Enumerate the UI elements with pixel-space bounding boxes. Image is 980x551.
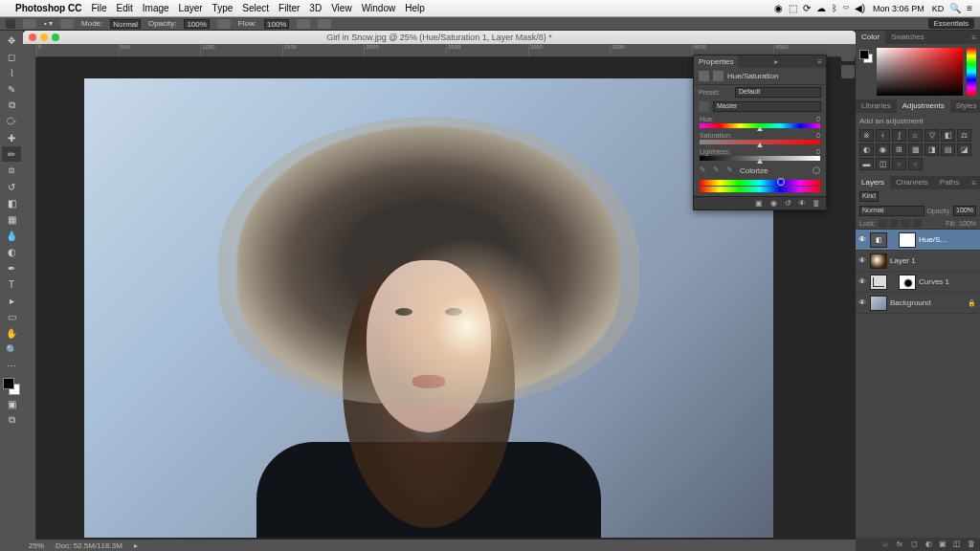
color-field[interactable] (877, 48, 963, 96)
sync-icon[interactable]: ⟳ (803, 3, 811, 13)
history-brush-tool[interactable]: ↺ (2, 179, 21, 194)
layer-style-button[interactable]: fx (895, 540, 904, 549)
brush-panel-toggle[interactable] (60, 19, 74, 29)
layer-row[interactable]: 👁 Curves 1 (856, 272, 980, 293)
layer-thumb[interactable] (870, 296, 887, 311)
panel-fg-swatch[interactable] (859, 50, 869, 59)
flow-input[interactable]: 100% (264, 19, 289, 29)
brush-tool[interactable]: ✏ (2, 146, 21, 162)
pressure-opacity-icon[interactable] (217, 19, 231, 29)
fill-input[interactable]: 100% (959, 220, 976, 227)
visibility-toggle[interactable]: 👁 (858, 277, 867, 287)
layer-mask-thumb[interactable] (899, 232, 916, 248)
layers-panel-menu[interactable]: ≡ (968, 179, 980, 187)
lasso-tool[interactable]: ⌇ (2, 65, 21, 80)
doc-size[interactable]: Doc: 52.5M/118.3M (56, 541, 122, 550)
properties-collapse[interactable]: ▸ (770, 57, 782, 66)
adj-more-icon[interactable]: ▫ (892, 158, 906, 170)
layer-name[interactable]: Layer 1 (890, 256, 978, 265)
saturation-slider[interactable] (700, 140, 820, 144)
targeted-adjust-icon[interactable] (699, 101, 709, 112)
adjustment-layer-button[interactable]: ◐ (924, 540, 933, 549)
opacity-input[interactable]: 100% (184, 19, 209, 29)
group-button[interactable]: ▣ (938, 540, 947, 549)
history-panel-icon[interactable] (841, 48, 855, 61)
mask-type-icon[interactable] (713, 71, 724, 81)
tab-properties[interactable]: Properties (694, 55, 738, 68)
dodge-tool[interactable]: ◐ (2, 244, 21, 259)
properties-menu[interactable]: ≡ (813, 57, 826, 66)
layer-name[interactable]: Background (890, 298, 965, 307)
vertical-ruler[interactable] (23, 57, 36, 540)
lock-all-icon[interactable] (913, 219, 922, 228)
lock-position-icon[interactable] (902, 219, 910, 228)
pen-tool[interactable]: ✒ (2, 260, 21, 276)
screen-mode-toggle[interactable]: ⧉ (2, 412, 21, 428)
clip-to-layer-button[interactable]: ▣ (754, 199, 764, 209)
tab-styles[interactable]: Styles (950, 99, 980, 113)
visibility-toggle[interactable]: 👁 (858, 298, 867, 308)
layer-row[interactable]: 👁 ◧ Hue/S... (856, 230, 980, 251)
hue-slider[interactable] (967, 48, 976, 96)
adj-bw-icon[interactable]: ◐ (859, 143, 874, 156)
user-initials[interactable]: KD (932, 4, 945, 13)
dropbox-icon[interactable]: ⬚ (789, 3, 797, 13)
saturation-value[interactable]: 0 (816, 132, 820, 139)
adjustment-type-icon[interactable] (699, 71, 709, 81)
menu-3d[interactable]: 3D (309, 3, 322, 13)
adj-photofilter-icon[interactable]: ◉ (876, 143, 890, 156)
menu-type[interactable]: Type (212, 3, 234, 13)
link-layers-button[interactable]: ⌕ (880, 540, 890, 549)
reset-button[interactable]: ↺ (783, 199, 792, 209)
brush-preset-picker[interactable] (23, 19, 36, 29)
ruler-origin[interactable] (23, 44, 36, 57)
quick-select-tool[interactable]: ✎ (2, 81, 21, 97)
zoom-tool[interactable]: 🔍 (2, 342, 21, 357)
type-tool[interactable]: T (2, 276, 21, 292)
tab-layers[interactable]: Layers (856, 176, 890, 189)
adj-hue-icon[interactable]: ◧ (941, 129, 955, 142)
eraser-tool[interactable]: ◧ (2, 195, 21, 210)
foreground-color[interactable] (3, 378, 14, 389)
hand-tool[interactable]: ✋ (2, 325, 21, 341)
layer-row[interactable]: 👁 Background 🔒 (856, 293, 980, 314)
wifi-icon[interactable]: ⌔ (843, 3, 849, 13)
layer-mask-thumb[interactable] (899, 275, 916, 290)
eyedropper-add-icon[interactable]: ✎ (713, 165, 723, 175)
tab-swatches[interactable]: Swatches (885, 31, 930, 44)
clock[interactable]: Mon 3:06 PM (873, 4, 924, 13)
layer-blend-mode[interactable]: Normal (859, 206, 924, 216)
volume-icon[interactable]: ◀) (855, 3, 865, 13)
menu-select[interactable]: Select (242, 3, 269, 13)
notifications-icon[interactable]: ≡ (967, 3, 972, 13)
layer-thumb[interactable] (870, 253, 887, 269)
shape-tool[interactable]: ▭ (2, 309, 21, 324)
layer-row[interactable]: 👁 Layer 1 (856, 251, 980, 272)
tab-adjustments[interactable]: Adjustments (897, 99, 950, 113)
marquee-tool[interactable]: ◻ (2, 49, 21, 64)
workspace-switcher[interactable]: Essentials (928, 18, 974, 29)
tab-color[interactable]: Color (856, 31, 885, 44)
crop-tool[interactable]: ⧉ (2, 98, 21, 113)
ps-home-icon[interactable] (6, 19, 15, 29)
menu-filter[interactable]: Filter (278, 3, 300, 13)
move-tool[interactable]: ✥ (2, 33, 21, 48)
colorize-checkbox[interactable] (813, 166, 820, 174)
bluetooth-icon[interactable]: ᛒ (832, 3, 837, 13)
blend-mode-select[interactable]: Normal (110, 19, 141, 29)
layer-opacity-input[interactable]: 100% (953, 206, 976, 216)
adj-levels-icon[interactable]: ⟊ (876, 129, 890, 142)
view-previous-button[interactable]: ◉ (768, 199, 778, 209)
status-chevron[interactable]: ▸ (134, 541, 138, 550)
healing-tool[interactable]: ✚ (2, 130, 21, 145)
lightness-slider[interactable] (700, 156, 820, 161)
layer-filter-kind[interactable]: Kind (859, 191, 879, 202)
tab-paths[interactable]: Paths (934, 176, 965, 189)
hue-slider[interactable] (700, 123, 820, 128)
stamp-tool[interactable]: ⧇ (2, 163, 21, 178)
adj-gradientmap-icon[interactable]: ▬ (859, 158, 874, 170)
brush-size-control[interactable]: • ▾ (44, 19, 53, 28)
visibility-toggle[interactable]: 👁 (858, 256, 867, 266)
adj-selectivecolor-icon[interactable]: ◫ (876, 158, 890, 170)
range-marker[interactable] (777, 178, 785, 186)
